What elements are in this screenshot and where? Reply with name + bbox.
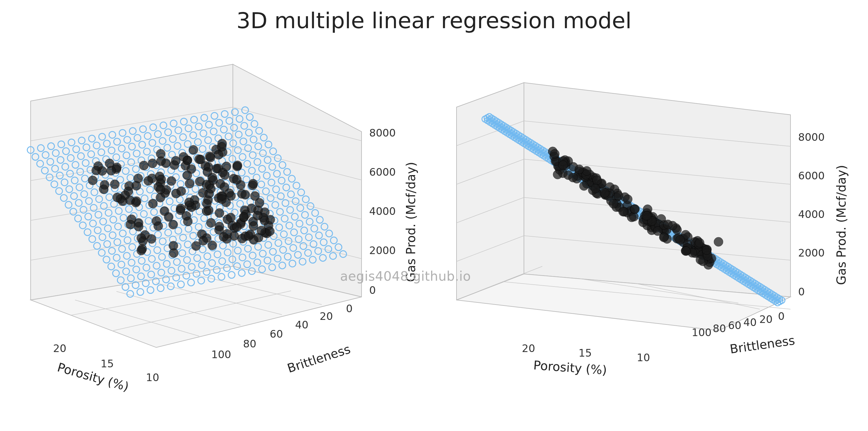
svg-text:20: 20 — [522, 342, 535, 355]
svg-point-662 — [244, 231, 253, 241]
svg-point-1239 — [714, 237, 723, 246]
figure-root: 3D multiple linear regression model aegi… — [0, 0, 868, 431]
watermark-text: aegis4048.github.io — [340, 269, 471, 284]
svg-point-1226 — [564, 170, 573, 180]
svg-text:8000: 8000 — [798, 131, 825, 143]
z-axis-label-left: Gas Prod. (Mcf/day) — [404, 162, 418, 282]
svg-point-631 — [195, 177, 204, 186]
svg-point-1233 — [550, 150, 559, 159]
svg-point-1129 — [579, 181, 589, 190]
svg-text:100: 100 — [211, 349, 231, 361]
svg-point-670 — [176, 204, 185, 213]
svg-point-594 — [214, 150, 223, 160]
svg-text:20: 20 — [53, 342, 66, 355]
svg-point-1223 — [559, 160, 568, 170]
svg-text:2000: 2000 — [798, 247, 825, 259]
svg-point-678 — [134, 222, 143, 231]
y-axis-label-right: Brittleness — [729, 333, 796, 356]
svg-text:0: 0 — [778, 310, 785, 322]
svg-text:4000: 4000 — [369, 205, 396, 217]
svg-point-591 — [220, 170, 229, 180]
svg-point-623 — [205, 152, 214, 161]
svg-point-619 — [198, 188, 208, 197]
svg-point-1173 — [614, 191, 623, 200]
svg-text:4000: 4000 — [798, 208, 825, 221]
svg-point-586 — [139, 161, 148, 170]
svg-point-674 — [137, 246, 146, 255]
svg-point-1222 — [676, 235, 685, 244]
svg-marker-687 — [524, 82, 790, 297]
svg-point-582 — [156, 193, 165, 202]
svg-point-595 — [88, 176, 97, 185]
svg-point-609 — [194, 155, 204, 164]
svg-point-682 — [125, 196, 134, 205]
svg-point-665 — [113, 193, 122, 202]
svg-point-639 — [226, 213, 235, 222]
svg-point-663 — [124, 181, 133, 190]
svg-point-1164 — [609, 199, 618, 208]
svg-point-614 — [93, 161, 103, 170]
svg-point-648 — [110, 180, 120, 189]
svg-point-657 — [217, 195, 226, 204]
svg-point-1207 — [623, 195, 632, 204]
svg-point-1235 — [702, 245, 711, 255]
svg-text:40: 40 — [743, 316, 756, 328]
svg-point-647 — [147, 234, 156, 244]
svg-point-583 — [207, 218, 216, 227]
svg-text:100: 100 — [692, 326, 712, 338]
svg-point-644 — [156, 185, 165, 194]
svg-text:15: 15 — [579, 347, 592, 359]
svg-point-651 — [215, 222, 224, 231]
svg-point-590 — [184, 198, 194, 207]
z-ticks-right: 0 2000 4000 6000 8000 — [798, 131, 825, 298]
svg-point-683 — [208, 241, 217, 250]
svg-text:15: 15 — [100, 358, 114, 370]
svg-text:60: 60 — [728, 319, 741, 332]
svg-point-684 — [179, 152, 188, 161]
svg-point-660 — [202, 199, 211, 208]
svg-text:6000: 6000 — [798, 170, 825, 182]
svg-point-1231 — [575, 165, 584, 174]
svg-point-680 — [183, 171, 192, 180]
svg-text:10: 10 — [637, 352, 650, 364]
x-axis-label-left: Porosity (%) — [56, 360, 130, 394]
svg-point-676 — [248, 179, 258, 188]
svg-point-611 — [265, 227, 275, 236]
subplot-left: 0 2000 4000 6000 8000 Gas Prod. (Mcf/day… — [9, 46, 432, 413]
svg-text:8000: 8000 — [369, 127, 396, 139]
svg-text:6000: 6000 — [369, 166, 396, 178]
svg-point-1214 — [591, 184, 600, 193]
svg-point-1224 — [663, 220, 673, 229]
svg-point-1208 — [593, 176, 602, 185]
svg-point-671 — [137, 234, 146, 243]
svg-point-1236 — [642, 211, 651, 221]
svg-point-669 — [198, 236, 208, 245]
svg-point-574 — [257, 226, 266, 235]
svg-point-1195 — [630, 204, 640, 214]
svg-point-625 — [233, 161, 242, 170]
svg-point-634 — [100, 180, 109, 190]
svg-text:20: 20 — [319, 310, 333, 322]
svg-point-685 — [220, 183, 229, 192]
svg-point-616 — [206, 184, 215, 194]
svg-point-1212 — [619, 207, 628, 216]
svg-text:0: 0 — [798, 286, 805, 298]
svg-point-677 — [239, 212, 248, 221]
svg-point-535 — [185, 179, 194, 188]
svg-point-544 — [222, 162, 231, 171]
svg-point-655 — [203, 167, 212, 177]
y-axis-label-left: Brittleness — [285, 342, 352, 375]
svg-point-633 — [226, 191, 236, 200]
svg-point-620 — [157, 157, 166, 166]
svg-point-645 — [106, 166, 116, 175]
svg-point-630 — [249, 222, 258, 231]
svg-point-668 — [183, 217, 192, 226]
svg-point-642 — [170, 160, 179, 170]
svg-point-681 — [215, 208, 224, 218]
svg-point-563 — [189, 145, 198, 155]
svg-text:0: 0 — [369, 284, 376, 296]
svg-point-638 — [177, 187, 186, 196]
svg-text:0: 0 — [346, 302, 353, 315]
svg-text:2000: 2000 — [369, 244, 396, 257]
svg-point-632 — [214, 164, 223, 173]
